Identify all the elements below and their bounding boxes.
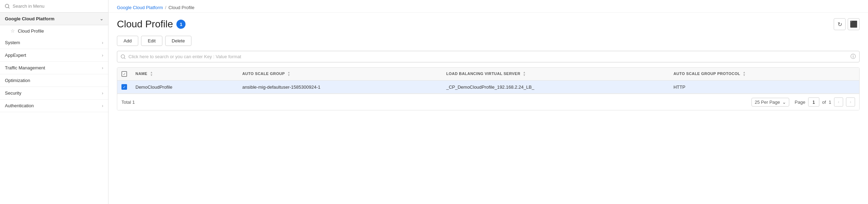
next-page-button[interactable]: › bbox=[846, 97, 855, 107]
sidebar-item-system[interactable]: System › bbox=[0, 36, 108, 49]
row-name: DemoCloudProfile bbox=[131, 81, 238, 94]
svg-line-1 bbox=[8, 7, 9, 8]
edit-button[interactable]: Edit bbox=[141, 36, 162, 46]
svg-point-0 bbox=[5, 4, 9, 8]
per-page-chevron: ⌄ bbox=[782, 100, 786, 105]
select-all-checkbox[interactable]: ✓ bbox=[121, 71, 127, 77]
sidebar-nav-label: Security bbox=[5, 90, 21, 96]
col-label-name: NAME bbox=[135, 72, 147, 76]
header-actions: ↻ ⬛ bbox=[834, 18, 860, 30]
pagination: Page of 1 ‹ › bbox=[795, 97, 855, 107]
sidebar-nav-label: Authentication bbox=[5, 103, 34, 108]
total-label: Total 1 bbox=[121, 100, 135, 105]
col-label-auto-scale: AUTO SCALE GROUP bbox=[242, 72, 285, 76]
page-title: Cloud Profile bbox=[117, 19, 173, 30]
star-icon: ☆ bbox=[10, 28, 15, 34]
table-row[interactable]: ✓ DemoCloudProfile ansible-mig-defaultus… bbox=[117, 81, 859, 94]
delete-button[interactable]: Delete bbox=[165, 36, 192, 46]
total-count: 1 bbox=[132, 100, 135, 105]
col-header-auto-scale[interactable]: AUTO SCALE GROUP ▲ ▼ bbox=[238, 68, 442, 81]
row-checkbox-cell[interactable]: ✓ bbox=[117, 81, 131, 94]
sidebar-search[interactable]: Search in Menu bbox=[0, 0, 108, 13]
download-button[interactable]: ⬛ bbox=[848, 18, 860, 30]
chevron-right-icon: › bbox=[102, 53, 103, 58]
sidebar-nav-label: System bbox=[5, 40, 20, 45]
refresh-button[interactable]: ↻ bbox=[834, 18, 846, 30]
sidebar: Search in Menu Google Cloud Platform ⌄ ☆… bbox=[0, 0, 108, 204]
row-protocol: HTTP bbox=[669, 81, 859, 94]
chevron-right-icon: › bbox=[102, 40, 103, 45]
page-header: Cloud Profile 1 ↻ ⬛ bbox=[117, 18, 860, 30]
search-bar-icon bbox=[121, 54, 126, 59]
count-badge: 1 bbox=[176, 20, 186, 29]
sidebar-item-security[interactable]: Security › bbox=[0, 87, 108, 100]
sort-icons-lb[interactable]: ▲ ▼ bbox=[523, 71, 526, 77]
table-footer: Total 1 25 Per Page ⌄ Page of 1 ‹ › bbox=[117, 94, 859, 110]
row-lb-virtual-server: _CP_DemoCloudProfile_192.168.2.24_LB_ bbox=[442, 81, 669, 94]
col-header-lb[interactable]: LOAD BALANCING VIRTUAL SERVER ▲ ▼ bbox=[442, 68, 669, 81]
download-icon: ⬛ bbox=[850, 20, 858, 28]
sidebar-subitem-label: Cloud Profile bbox=[18, 28, 44, 34]
col-label-lb: LOAD BALANCING VIRTUAL SERVER bbox=[446, 72, 520, 76]
check-icon: ✓ bbox=[123, 72, 126, 76]
total-pages: 1 bbox=[829, 100, 831, 105]
col-header-name[interactable]: NAME ▲ ▼ bbox=[131, 68, 238, 81]
breadcrumb-separator: / bbox=[165, 5, 167, 10]
table-header-row: ✓ NAME ▲ ▼ AUTO SCALE GROUP bbox=[117, 68, 859, 81]
sidebar-nav-label: Traffic Management bbox=[5, 65, 45, 70]
sort-down-icon: ▼ bbox=[743, 74, 746, 77]
check-icon: ✓ bbox=[123, 85, 126, 89]
toolbar: Add Edit Delete bbox=[117, 36, 860, 46]
col-label-protocol: AUTO SCALE GROUP PROTOCOL bbox=[673, 72, 740, 76]
data-table: ✓ NAME ▲ ▼ AUTO SCALE GROUP bbox=[117, 67, 860, 110]
sort-icons-name[interactable]: ▲ ▼ bbox=[150, 71, 153, 77]
per-page-label: 25 Per Page bbox=[755, 100, 780, 105]
search-placeholder: Click here to search or you can enter Ke… bbox=[128, 54, 241, 59]
breadcrumb: Google Cloud Platform / Cloud Profile bbox=[108, 0, 868, 13]
chevron-right-icon: › bbox=[102, 103, 103, 108]
sort-down-icon: ▼ bbox=[287, 74, 290, 77]
add-button[interactable]: Add bbox=[117, 36, 138, 46]
sidebar-nav-label: AppExpert bbox=[5, 53, 26, 58]
sort-icons-auto-scale[interactable]: ▲ ▼ bbox=[287, 71, 290, 77]
total-text: Total bbox=[121, 100, 131, 105]
breadcrumb-parent-link[interactable]: Google Cloud Platform bbox=[117, 5, 163, 10]
sidebar-item-authentication[interactable]: Authentication › bbox=[0, 100, 108, 112]
page-title-area: Cloud Profile 1 bbox=[117, 19, 186, 30]
sidebar-nav-label: Optimization bbox=[5, 78, 30, 83]
sidebar-search-placeholder: Search in Menu bbox=[13, 4, 44, 9]
content-area: Cloud Profile 1 ↻ ⬛ Add Edit Delete bbox=[108, 13, 868, 204]
info-icon[interactable]: ⓘ bbox=[850, 53, 856, 60]
chevron-right-icon: › bbox=[102, 66, 103, 70]
sidebar-item-traffic-management[interactable]: Traffic Management › bbox=[0, 62, 108, 74]
sidebar-item-cloud-profile[interactable]: ☆ Cloud Profile bbox=[0, 25, 108, 36]
breadcrumb-current: Cloud Profile bbox=[168, 5, 194, 10]
chevron-down-icon: ⌄ bbox=[100, 16, 103, 21]
sidebar-item-optimization[interactable]: Optimization bbox=[0, 74, 108, 87]
col-header-protocol[interactable]: AUTO SCALE GROUP PROTOCOL ▲ ▼ bbox=[669, 68, 859, 81]
of-label: of bbox=[822, 100, 826, 105]
sort-down-icon: ▼ bbox=[150, 74, 153, 77]
prev-icon: ‹ bbox=[838, 100, 839, 104]
sidebar-item-google-cloud-platform[interactable]: Google Cloud Platform ⌄ bbox=[0, 13, 108, 25]
per-page-select[interactable]: 25 Per Page ⌄ bbox=[751, 98, 789, 107]
sort-down-icon: ▼ bbox=[523, 74, 526, 77]
next-icon: › bbox=[850, 100, 851, 104]
search-bar[interactable]: Click here to search or you can enter Ke… bbox=[117, 51, 860, 62]
sidebar-item-appexpert[interactable]: AppExpert › bbox=[0, 49, 108, 62]
page-input[interactable] bbox=[808, 97, 819, 107]
sidebar-section-label: Google Cloud Platform bbox=[5, 16, 55, 21]
svg-line-3 bbox=[124, 58, 125, 59]
row-auto-scale-group: ansible-mig-defaultuser-1585300924-1 bbox=[238, 81, 442, 94]
refresh-icon: ↻ bbox=[838, 21, 842, 28]
select-all-header[interactable]: ✓ bbox=[117, 68, 131, 81]
page-label: Page bbox=[795, 100, 805, 105]
sort-icons-protocol[interactable]: ▲ ▼ bbox=[743, 71, 746, 77]
prev-page-button[interactable]: ‹ bbox=[834, 97, 843, 107]
main-content: Google Cloud Platform / Cloud Profile Cl… bbox=[108, 0, 868, 204]
svg-point-2 bbox=[121, 55, 125, 58]
row-checkbox[interactable]: ✓ bbox=[121, 84, 127, 90]
chevron-right-icon: › bbox=[102, 91, 103, 96]
search-icon bbox=[5, 4, 10, 9]
